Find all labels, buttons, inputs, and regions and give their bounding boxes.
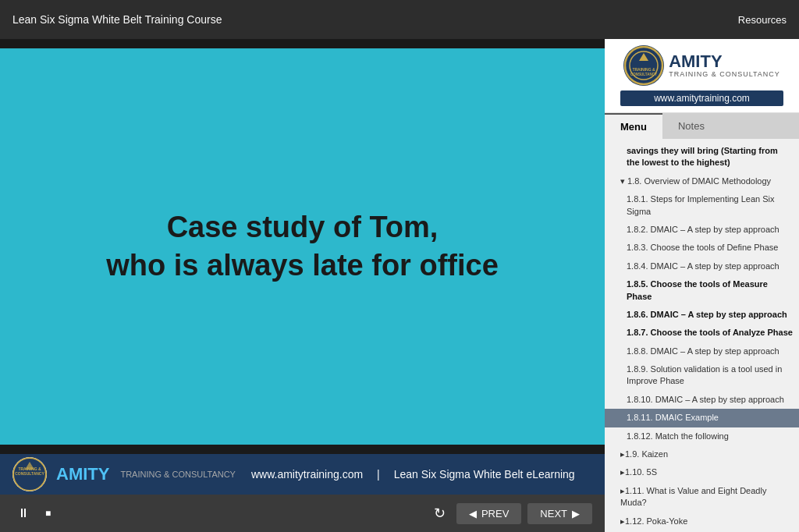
menu-item-14[interactable]: 1.8.12. Match the following xyxy=(605,427,799,445)
refresh-button[interactable]: ↻ xyxy=(429,502,450,525)
branding-separator: | xyxy=(377,468,380,481)
stop-icon: ■ xyxy=(45,508,51,519)
right-panel: TRAINING & CONSULTANCY AMITY TRAINING & … xyxy=(605,39,799,532)
amity-brand-subtitle: TRAINING & CONSULTANCY xyxy=(669,70,780,78)
svg-text:CONSULTANCY: CONSULTANCY xyxy=(15,471,44,476)
prev-button[interactable]: ◀ PREV xyxy=(456,503,521,524)
amity-url-bar: www.amitytraining.com xyxy=(620,90,784,106)
menu-item-18[interactable]: ▸1.12. Poka-Yoke xyxy=(605,512,799,530)
panel-tabs: Menu Notes xyxy=(605,113,799,139)
amity-shield-icon: TRAINING & CONSULTANCY xyxy=(623,45,664,86)
menu-item-7[interactable]: 1.8.5. Choose the tools of Measure Phase xyxy=(605,275,799,306)
slide-line2: who is always late for office xyxy=(106,249,499,282)
amity-brand-name: AMITY xyxy=(669,53,780,70)
amity-logo-box: TRAINING & CONSULTANCY AMITY TRAINING & … xyxy=(623,45,780,86)
menu-item-17[interactable]: ▸1.11. What is Value and Eight Deadly Mu… xyxy=(605,482,799,512)
menu-item-9[interactable]: 1.8.7. Choose the tools of Analyze Phase xyxy=(605,324,799,342)
amity-logo-area: TRAINING & CONSULTANCY AMITY TRAINING & … xyxy=(605,39,799,113)
branding-logo: TRAINING & CONSULTANCY xyxy=(12,457,47,491)
svg-point-4 xyxy=(625,47,662,84)
next-label: NEXT xyxy=(540,508,567,520)
refresh-icon: ↻ xyxy=(434,505,446,522)
menu-item-2[interactable]: ▾ 1.8. Overview of DMAIC Methodology xyxy=(605,172,799,190)
video-branding: TRAINING & CONSULTANCY AMITY TRAINING & … xyxy=(0,454,605,495)
amity-name-block: AMITY TRAINING & CONSULTANCY xyxy=(669,53,780,78)
svg-text:CONSULTANCY: CONSULTANCY xyxy=(630,73,657,76)
branding-amity-text: AMITY xyxy=(56,464,109,484)
menu-item-13[interactable]: 1.8.11. DMAIC Example xyxy=(605,409,799,427)
pause-button[interactable]: ⏸ xyxy=(12,503,34,523)
slide-text: Case study of Tom, who is always late fo… xyxy=(106,208,499,286)
page-title: Lean Six Sigma White Belt Training Cours… xyxy=(12,13,222,26)
menu-item-12[interactable]: 1.8.10. DMAIC – A step by step approach xyxy=(605,391,799,409)
next-button[interactable]: NEXT ▶ xyxy=(527,503,592,524)
menu-item-5[interactable]: 1.8.3. Choose the tools of Define Phase xyxy=(605,239,799,257)
prev-label: PREV xyxy=(481,508,509,520)
tab-menu[interactable]: Menu xyxy=(605,113,662,139)
branding-course-text: Lean Six Sigma White Belt eLearning xyxy=(394,468,575,481)
video-area: Case study of Tom, who is always late fo… xyxy=(0,39,605,532)
menu-item-1[interactable]: savings they will bring (Starting from t… xyxy=(605,142,799,172)
video-slide: Case study of Tom, who is always late fo… xyxy=(0,48,605,445)
pause-icon: ⏸ xyxy=(17,506,30,520)
main-content: Case study of Tom, who is always late fo… xyxy=(0,39,799,532)
slide-line1: Case study of Tom, xyxy=(167,211,439,243)
svg-text:TRAINING &: TRAINING & xyxy=(633,67,656,72)
menu-item-15[interactable]: ▸1.9. Kaizen xyxy=(605,445,799,463)
next-icon: ▶ xyxy=(572,508,580,520)
menu-item-3[interactable]: 1.8.1. Steps for Implementing Lean Six S… xyxy=(605,190,799,221)
branding-name-group: AMITY xyxy=(56,464,109,484)
amity-logo-icon: TRAINING & CONSULTANCY xyxy=(12,457,47,491)
menu-item-10[interactable]: 1.8.8. DMAIC – A step by step approach xyxy=(605,342,799,360)
branding-tagline: TRAINING & CONSULTANCY xyxy=(120,470,236,479)
menu-item-4[interactable]: 1.8.2. DMAIC – A step by step approach xyxy=(605,221,799,239)
tab-notes[interactable]: Notes xyxy=(662,113,720,139)
stop-button[interactable]: ■ xyxy=(41,505,55,522)
branding-url-text: www.amitytraining.com xyxy=(251,468,363,481)
menu-item-16[interactable]: ▸1.10. 5S xyxy=(605,463,799,481)
amity-circle-logo: TRAINING & CONSULTANCY xyxy=(623,45,664,86)
video-top-bar xyxy=(0,39,605,48)
video-frame: Case study of Tom, who is always late fo… xyxy=(0,39,605,454)
menu-content[interactable]: savings they will bring (Starting from t… xyxy=(605,139,799,532)
video-bottom-bar xyxy=(0,445,605,454)
header: Lean Six Sigma White Belt Training Cours… xyxy=(0,0,799,39)
menu-item-8[interactable]: 1.8.6. DMAIC – A step by step approach xyxy=(605,306,799,324)
resources-link[interactable]: Resources xyxy=(738,14,787,26)
menu-item-6[interactable]: 1.8.4. DMAIC – A step by step approach xyxy=(605,257,799,275)
menu-item-11[interactable]: 1.8.9. Solution validation is a tool use… xyxy=(605,360,799,391)
controls-bar: ⏸ ■ ↻ ◀ PREV NEXT ▶ xyxy=(0,495,605,532)
prev-icon: ◀ xyxy=(469,508,477,520)
